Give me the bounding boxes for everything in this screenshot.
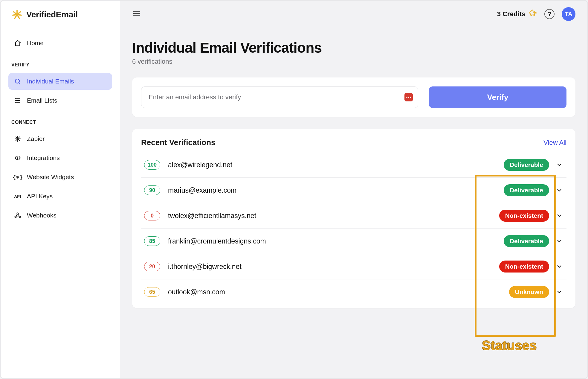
sidebar-item-label: Zapier <box>27 135 45 142</box>
email-address: i.thornley@bigwreck.net <box>168 263 491 271</box>
email-input[interactable] <box>141 86 418 108</box>
score-badge: 100 <box>144 160 160 170</box>
status-badge: Deliverable <box>504 184 549 196</box>
sidebar-item-label: API Keys <box>27 193 53 200</box>
braces-icon: {∗} <box>14 173 22 181</box>
home-icon <box>14 39 22 47</box>
expand-row-button[interactable] <box>555 187 563 194</box>
email-address: marius@example.com <box>168 186 496 194</box>
view-all-link[interactable]: View All <box>543 139 566 147</box>
chevron-down-icon <box>556 212 563 219</box>
email-input-wrap <box>141 86 418 108</box>
sidebar-item-label: Integrations <box>27 154 60 162</box>
svg-point-14 <box>15 102 16 103</box>
verification-row[interactable]: 20i.thornley@bigwreck.netNon-existent <box>141 254 566 279</box>
status-area: Non-existent <box>499 261 563 273</box>
sidebar-item-label: Individual Emails <box>27 78 74 85</box>
chevron-down-icon <box>556 289 563 295</box>
zapier-icon <box>14 135 22 142</box>
password-manager-icon[interactable] <box>404 93 413 101</box>
score-badge: 85 <box>144 236 160 246</box>
status-area: Deliverable <box>504 235 563 247</box>
piggy-bank-icon <box>528 9 537 19</box>
sidebar-item-label: Website Widgets <box>27 173 74 181</box>
sidebar-item-individual-emails[interactable]: Individual Emails <box>8 73 112 90</box>
sidebar-item-email-lists[interactable]: Email Lists <box>8 92 112 109</box>
svg-point-13 <box>15 100 16 101</box>
chevron-down-icon <box>556 263 563 270</box>
sidebar-item-zapier[interactable]: Zapier <box>8 130 112 147</box>
credits-label: 3 Credits <box>497 10 525 18</box>
brand-logo-icon <box>11 9 23 20</box>
status-area: Deliverable <box>504 184 563 196</box>
chevron-down-icon <box>556 187 563 194</box>
recent-verifications-card: Recent Verifications View All 100alex@wi… <box>132 129 575 308</box>
help-button[interactable]: ? <box>544 9 555 19</box>
avatar-initials: TA <box>565 11 572 18</box>
svg-point-12 <box>15 98 16 99</box>
code-icon <box>14 154 22 162</box>
verification-row[interactable]: 100alex@wirelegend.netDeliverable <box>141 152 566 177</box>
brand-name: VerifiedEmail <box>26 10 78 19</box>
expand-row-button[interactable] <box>555 212 563 219</box>
list-icon <box>14 97 22 104</box>
status-area: Deliverable <box>504 159 563 171</box>
sidebar-group-verify: VERIFY <box>11 62 109 68</box>
sidebar-group-connect: CONNECT <box>11 120 109 125</box>
sidebar-item-api-keys[interactable]: API API Keys <box>8 188 112 205</box>
verify-card: Verify <box>132 77 575 117</box>
status-badge: Non-existent <box>499 261 549 273</box>
credits-indicator[interactable]: 3 Credits <box>497 9 537 19</box>
sidebar-item-home[interactable]: Home <box>8 35 112 51</box>
score-badge: 0 <box>144 211 160 220</box>
chevron-down-icon <box>556 238 563 244</box>
sidebar-toggle-icon[interactable] <box>132 9 141 19</box>
topbar: 3 Credits ? TA <box>120 1 587 28</box>
verification-row[interactable]: 65outlook@msn.comUnknown <box>141 279 566 305</box>
email-address: outlook@msn.com <box>168 288 501 296</box>
svg-line-8 <box>19 83 21 84</box>
verification-row[interactable]: 0twolex@efficientllamasys.netNon-existen… <box>141 203 566 228</box>
status-area: Non-existent <box>499 210 563 222</box>
chevron-down-icon <box>556 162 563 168</box>
sidebar-item-label: Email Lists <box>27 97 57 104</box>
sidebar-item-widgets[interactable]: {∗} Website Widgets <box>8 169 112 185</box>
verify-button[interactable]: Verify <box>429 86 566 108</box>
webhook-icon <box>14 212 22 219</box>
status-area: Unknown <box>509 286 564 298</box>
verification-row[interactable]: 90marius@example.comDeliverable <box>141 177 566 203</box>
expand-row-button[interactable] <box>555 162 563 168</box>
svg-point-26 <box>534 12 534 13</box>
verification-rows: 100alex@wirelegend.netDeliverable90mariu… <box>141 152 566 305</box>
status-badge: Non-existent <box>499 210 549 222</box>
expand-row-button[interactable] <box>555 289 563 295</box>
main: 3 Credits ? TA <box>120 1 587 378</box>
page-subtitle: 6 verifications <box>132 58 575 66</box>
svg-line-19 <box>17 156 18 160</box>
email-address: twolex@efficientllamasys.net <box>168 212 491 220</box>
help-icon: ? <box>548 11 551 18</box>
search-person-icon <box>14 78 22 85</box>
expand-row-button[interactable] <box>555 263 563 270</box>
brand: VerifiedEmail <box>8 9 112 20</box>
status-badge: Deliverable <box>504 235 549 247</box>
score-badge: 65 <box>144 287 160 297</box>
api-icon: API <box>14 194 22 199</box>
page-title: Individual Email Verifications <box>132 39 575 56</box>
user-avatar[interactable]: TA <box>562 7 575 21</box>
expand-row-button[interactable] <box>555 238 563 244</box>
email-address: franklin@cromulentdesigns.com <box>168 237 496 245</box>
score-badge: 20 <box>144 262 160 271</box>
status-badge: Deliverable <box>504 159 549 171</box>
sidebar-item-integrations[interactable]: Integrations <box>8 150 112 166</box>
sidebar-item-webhooks[interactable]: Webhooks <box>8 207 112 224</box>
recent-title: Recent Verifications <box>141 138 216 147</box>
sidebar-item-label: Home <box>27 39 44 47</box>
sidebar-item-label: Webhooks <box>27 212 56 219</box>
email-address: alex@wirelegend.net <box>168 161 496 169</box>
verification-row[interactable]: 85franklin@cromulentdesigns.comDeliverab… <box>141 228 566 254</box>
sidebar: VerifiedEmail Home VERIFY Individual Ema… <box>1 1 120 378</box>
annotation-label: Statuses <box>482 338 537 353</box>
status-badge: Unknown <box>509 286 549 298</box>
score-badge: 90 <box>144 185 160 195</box>
